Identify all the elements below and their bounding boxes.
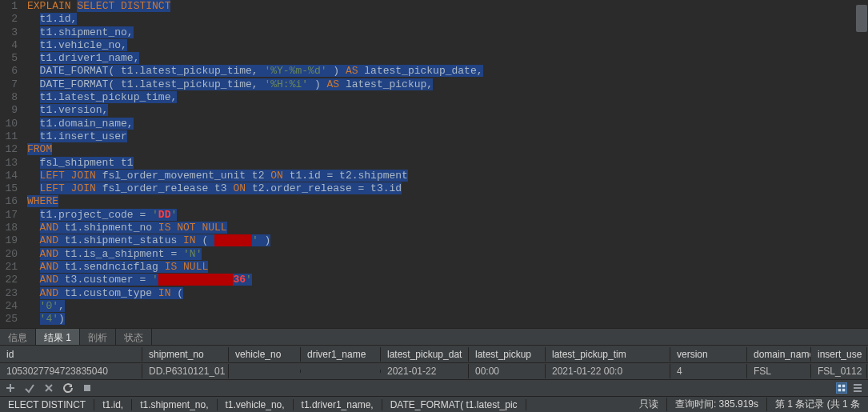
grid-view-icon[interactable] [836, 382, 847, 394]
vertical-scrollbar[interactable] [856, 5, 867, 32]
results-row[interactable]: 1053027794723835040DD.P6310121_012021-01… [0, 363, 868, 379]
code-line[interactable]: AND t1.shipment_no IS NOT NULL [27, 222, 868, 234]
code-line[interactable]: '0', [27, 300, 868, 313]
status-sql-seg: DATE_FORMAT( t1.latest_pic [382, 399, 526, 410]
line-number: 15 [0, 182, 18, 195]
line-number: 20 [0, 248, 18, 261]
line-number: 4 [0, 39, 18, 52]
code-line[interactable]: '4') [27, 313, 868, 326]
status-sql-seg: t1.shipment_no, [132, 399, 217, 410]
line-number: 23 [0, 287, 18, 300]
code-line[interactable]: DATE_FORMAT( t1.latest_pickup_time, '%H:… [27, 78, 868, 91]
stop-icon[interactable] [82, 382, 93, 394]
code-line[interactable]: AND t1.is_a_shipment = 'N' [27, 248, 868, 261]
cell[interactable]: 1053027794723835040 [0, 364, 142, 378]
line-number: 8 [0, 91, 18, 104]
code-line[interactable]: FROM [27, 143, 868, 156]
cell[interactable] [229, 370, 301, 373]
code-line[interactable]: fsl_shipment t1 [27, 157, 868, 170]
column-header[interactable]: vehicle_no [229, 347, 301, 362]
cell[interactable]: FSL_0112 [811, 364, 867, 378]
readonly-indicator: 只读 [631, 398, 667, 411]
code-line[interactable]: t1.shipment_no, [27, 26, 868, 39]
code-line[interactable]: t1.version, [27, 104, 868, 117]
svg-rect-4 [842, 385, 845, 387]
code-line[interactable]: DATE_FORMAT( t1.latest_pickup_time, '%Y-… [27, 65, 868, 78]
column-header[interactable]: latest_pickup [469, 347, 546, 362]
code-line[interactable]: EXPLAIN SELECT DISTINCT [27, 0, 868, 13]
line-number: 19 [0, 234, 18, 247]
code-line[interactable]: LEFT JOIN fsl_order_release t3 ON t2.ord… [27, 182, 868, 195]
line-number: 6 [0, 65, 18, 78]
status-sql-seg: t1.id, [94, 399, 132, 410]
form-view-icon[interactable] [852, 382, 863, 394]
cancel-icon[interactable] [43, 382, 54, 394]
tab-3[interactable]: 状态 [116, 329, 152, 345]
refresh-icon[interactable] [62, 382, 74, 394]
status-sql-seg: t1.vehicle_no, [218, 399, 294, 410]
column-header[interactable]: latest_pickup_dat [381, 347, 469, 362]
code-line[interactable]: t1.latest_pickup_time, [27, 91, 868, 104]
add-row-icon[interactable] [5, 382, 16, 394]
cell[interactable]: 00:00 [469, 364, 546, 378]
status-sql-seg: ELECT DISTINCT [0, 399, 94, 410]
query-time: 查询时间: 385.919s [667, 398, 767, 411]
line-number: 16 [0, 195, 18, 208]
line-number: 9 [0, 104, 18, 117]
status-bar: ELECT DISTINCTt1.id,t1.shipment_no,t1.ve… [0, 397, 868, 412]
code-line[interactable]: t1.insert_user [27, 130, 868, 143]
line-gutter: 1234567891011121314151617181920212223242… [0, 0, 22, 328]
svg-rect-7 [854, 384, 862, 386]
svg-rect-9 [854, 390, 862, 392]
column-header[interactable]: domain_name [747, 347, 811, 362]
column-header[interactable]: id [0, 347, 142, 362]
column-header[interactable]: insert_use [811, 347, 867, 362]
code-line[interactable]: t1.driver1_name, [27, 52, 868, 65]
line-number: 21 [0, 261, 18, 274]
column-header[interactable]: shipment_no [142, 347, 229, 362]
status-sql-seg: t1.driver1_name, [294, 399, 382, 410]
code-line[interactable]: t1.domain_name, [27, 118, 868, 130]
line-number: 18 [0, 222, 18, 234]
svg-rect-5 [838, 389, 841, 391]
svg-rect-3 [838, 385, 841, 387]
line-number: 13 [0, 157, 18, 170]
svg-rect-1 [6, 387, 14, 389]
results-panel: idshipment_novehicle_nodriver1_namelates… [0, 346, 868, 379]
svg-rect-8 [854, 387, 862, 389]
cell[interactable]: 4 [670, 364, 747, 378]
cell[interactable] [301, 370, 381, 373]
cell[interactable]: 2021-01-22 00:0 [546, 364, 670, 378]
tab-1[interactable]: 结果 1 [36, 329, 80, 345]
line-number: 14 [0, 170, 18, 182]
code-line[interactable]: AND t3.customer = '████████████36' [27, 274, 868, 286]
results-header: idshipment_novehicle_nodriver1_namelates… [0, 346, 868, 363]
column-header[interactable]: latest_pickup_tim [546, 347, 670, 362]
code-line[interactable]: t1.id, [27, 13, 868, 26]
result-tabs: 信息结果 1剖析状态 [0, 328, 868, 346]
code-line[interactable]: AND t1.shipment_status IN ( ██████' ) [27, 234, 868, 247]
tab-0[interactable]: 信息 [0, 329, 36, 345]
column-header[interactable]: driver1_name [301, 347, 381, 362]
code-line[interactable]: t1.vehicle_no, [27, 39, 868, 52]
commit-icon[interactable] [24, 382, 35, 394]
tab-2[interactable]: 剖析 [80, 329, 116, 345]
cell[interactable]: FSL [747, 364, 811, 378]
line-number: 7 [0, 78, 18, 91]
svg-rect-6 [842, 389, 845, 391]
code-line[interactable]: AND t1.sendncicflag IS NULL [27, 261, 868, 274]
code-line[interactable]: WHERE [27, 195, 868, 208]
code-area[interactable]: EXPLAIN SELECT DISTINCT t1.id, t1.shipme… [22, 0, 868, 328]
results-toolbar [0, 379, 868, 397]
cell[interactable]: 2021-01-22 [381, 364, 469, 378]
column-header[interactable]: version [670, 347, 747, 362]
code-line[interactable]: AND t1.custom_type IN ( [27, 287, 868, 300]
code-line[interactable]: LEFT JOIN fsl_order_movement_unit t2 ON … [27, 170, 868, 182]
line-number: 10 [0, 118, 18, 130]
line-number: 22 [0, 274, 18, 286]
line-number: 11 [0, 130, 18, 143]
line-number: 3 [0, 26, 18, 39]
code-line[interactable]: t1.project_code = 'DD' [27, 209, 868, 222]
sql-editor[interactable]: 1234567891011121314151617181920212223242… [0, 0, 868, 328]
cell[interactable]: DD.P6310121_01 [142, 364, 229, 378]
